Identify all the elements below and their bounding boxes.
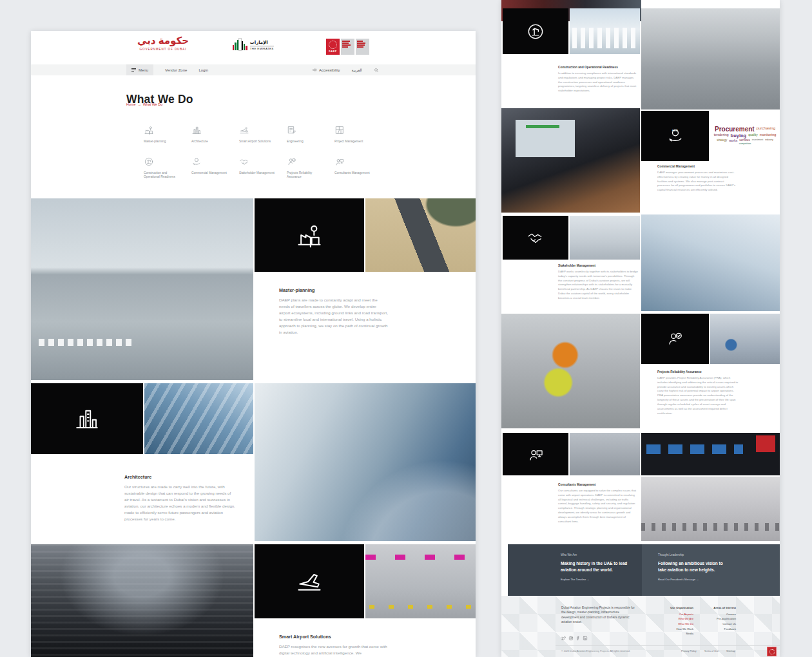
the-emirates-logo[interactable]: الإمارات THE EMIRATES <box>233 39 274 50</box>
photo-group-lineup <box>570 216 640 260</box>
footer-link-contact-us[interactable]: Contact Us <box>672 622 736 627</box>
section-title: Master-planning <box>279 287 389 293</box>
photo-dignitaries-handshake <box>641 214 780 311</box>
explore-timeline-link[interactable]: Explore The Timeline → <box>561 578 635 581</box>
column-title: Areas of Interest <box>672 605 736 611</box>
government-of-dubai-logo[interactable]: حكومة دبي GOVERNMENT OF DUBAI <box>125 34 201 51</box>
section-body: In addition to ensuring compliance with … <box>558 71 638 93</box>
service-item-project-management[interactable]: Project Management <box>334 125 382 154</box>
breadcrumb-home-link[interactable]: Home <box>126 102 135 106</box>
breadcrumb-arrow: → <box>137 102 140 106</box>
service-item-master-planning[interactable]: Master-planning <box>144 125 191 154</box>
crane-icon <box>526 22 545 41</box>
section-commercial-management: Commercial Management DAEP manages procu… <box>657 165 736 193</box>
card-headline: Making history in the UAE to lead aviati… <box>561 560 630 573</box>
search-icon[interactable] <box>374 68 379 73</box>
section-title: Smart Airport Solutions <box>279 634 389 640</box>
stakeholder-tile <box>503 216 568 260</box>
footer-link-feedback[interactable]: Feedback <box>672 627 736 632</box>
photo-procurement-word-cloud: Procurement purchasing tendering buying … <box>710 111 780 161</box>
facebook-icon[interactable] <box>575 632 581 637</box>
privacy-policy-link[interactable]: Privacy Policy <box>681 650 697 652</box>
sitemap-link[interactable]: Sitemap <box>726 650 735 652</box>
card-headline: Following an ambitious vision to take av… <box>658 560 728 573</box>
architecture-tile <box>31 383 143 454</box>
emirates-arabic-text: الإمارات <box>250 40 274 45</box>
photo-terminal-pink-signage <box>365 544 476 618</box>
emirates-label: THE EMIRATES <box>250 46 274 50</box>
service-item-smart-airport-solutions[interactable]: Smart Airport Solutions <box>239 125 287 154</box>
pra-tile <box>641 314 709 364</box>
smart-airport-tile <box>255 544 364 618</box>
photo-conference-audience <box>641 477 780 541</box>
service-item-stakeholder-management[interactable]: Stakeholder Management <box>239 157 287 186</box>
daep-emblem-icon <box>329 41 337 49</box>
section-consultants-management: Consultants Management Our consultants a… <box>558 483 638 524</box>
twitter-icon[interactable] <box>561 632 566 637</box>
menu-button[interactable]: Menu <box>126 64 153 75</box>
person-check-icon <box>666 330 684 348</box>
photo-curved-building <box>255 383 476 541</box>
main-menubar: Menu Vendor Zone Login Accessibility الع… <box>31 64 476 75</box>
footer-link-media[interactable]: Media <box>630 631 693 636</box>
service-item-construction-readiness[interactable]: Construction and Operational Readiness <box>144 157 191 186</box>
photo-officials-terminal <box>570 8 640 54</box>
service-item-engineering[interactable]: Engineering <box>287 125 334 154</box>
footer-link-pre-qualification[interactable]: Pre-qualification <box>672 616 736 622</box>
service-item-commercial-management[interactable]: Commercial Management <box>191 157 239 186</box>
photo-presentation-screens <box>641 433 780 475</box>
consultant-icon <box>527 446 545 463</box>
accessibility-link[interactable]: Accessibility <box>313 68 340 72</box>
vendor-zone-link[interactable]: Vendor Zone <box>165 68 187 72</box>
daep-emblem-icon <box>769 649 775 654</box>
menu-label: Menu <box>139 68 148 72</box>
section-stakeholder-management: Stakeholder Management DAEP works seamle… <box>558 264 638 301</box>
who-we-are-card[interactable]: Who We Are Making history in the UAE to … <box>508 544 642 596</box>
consultants-tile <box>503 433 568 475</box>
terms-of-use-link[interactable]: Terms of Use <box>704 650 719 652</box>
partner-logo-english <box>356 39 369 55</box>
presidents-message-link[interactable]: Read Our President's Message → <box>658 578 773 581</box>
instagram-icon[interactable] <box>568 632 574 637</box>
commercial-tile: AED <box>641 111 709 161</box>
person-check-icon <box>287 157 297 167</box>
thought-leadership-card[interactable]: Thought Leadership Following an ambitiou… <box>642 544 780 596</box>
service-item-consultants-management[interactable]: Consultants Management <box>334 157 382 186</box>
linkedin-icon[interactable] <box>583 632 588 637</box>
master-planning-tile <box>255 198 364 272</box>
login-link[interactable]: Login <box>198 68 208 72</box>
footer-areas-of-interest: Areas of Interest Careers Pre-qualificat… <box>672 605 736 631</box>
footer-about-text: Dubai Aviation Engineering Projects is r… <box>561 605 637 625</box>
footer-link-careers[interactable]: Careers <box>672 612 736 617</box>
service-item-projects-reliability-assurance[interactable]: Projects Reliability Assurance <box>287 157 334 186</box>
smart-building-icon <box>295 221 324 249</box>
hamburger-icon <box>131 68 136 73</box>
section-body: DAEP works seamlessly together with its … <box>558 270 638 301</box>
site-header: حكومة دبي GOVERNMENT OF DUBAI الإمارات T… <box>31 31 476 64</box>
partner-logo-arabic <box>341 39 354 55</box>
section-body: DAEP provides Project Reliability Assura… <box>657 376 739 415</box>
daep-logo-cluster[interactable]: DAEP <box>326 39 369 55</box>
section-projects-reliability-assurance: Projects Reliability Assurance DAEP prov… <box>657 370 739 415</box>
services-grid: Master-planning Architecture Smart Airpo… <box>144 125 392 186</box>
handshake-icon <box>527 229 545 247</box>
photo-aerial-airport-map <box>365 198 476 272</box>
footer-legal-links: Privacy Policy Terms of Use Sitemap <box>681 650 735 652</box>
section-body: DAEP recognises the new avenues for grow… <box>279 643 389 656</box>
breadcrumb-current: What We Do <box>143 102 162 106</box>
language-switch-link[interactable]: العربية <box>352 68 362 72</box>
photo-surveyor-theodolite <box>501 314 640 428</box>
photo-meeting <box>570 433 640 475</box>
page-top-panel: حكومة دبي GOVERNMENT OF DUBAI الإمارات T… <box>31 31 476 657</box>
gov-dubai-arabic-script: حكومة دبي <box>125 34 201 46</box>
gov-dubai-label: GOVERNMENT OF DUBAI <box>125 48 201 51</box>
service-item-architecture[interactable]: Architecture <box>191 125 239 154</box>
section-master-planning: Master-planning DAEP plans are made to c… <box>279 287 389 336</box>
photo-airport-apron <box>31 198 253 380</box>
section-body: Our consultants are equipped to solve th… <box>558 489 638 524</box>
airplane-icon <box>239 125 249 135</box>
section-title: Stakeholder Management <box>558 264 638 267</box>
photo-escalator <box>31 544 253 657</box>
airplane-ticket-icon <box>295 567 324 596</box>
section-title: Consultants Management <box>558 483 638 486</box>
